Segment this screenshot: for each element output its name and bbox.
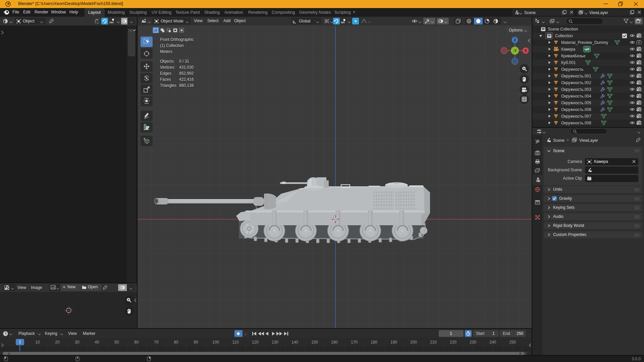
svg-text:X: X — [525, 49, 527, 53]
svg-text:-Y: -Y — [513, 49, 517, 53]
svg-text:Z: Z — [514, 38, 516, 42]
